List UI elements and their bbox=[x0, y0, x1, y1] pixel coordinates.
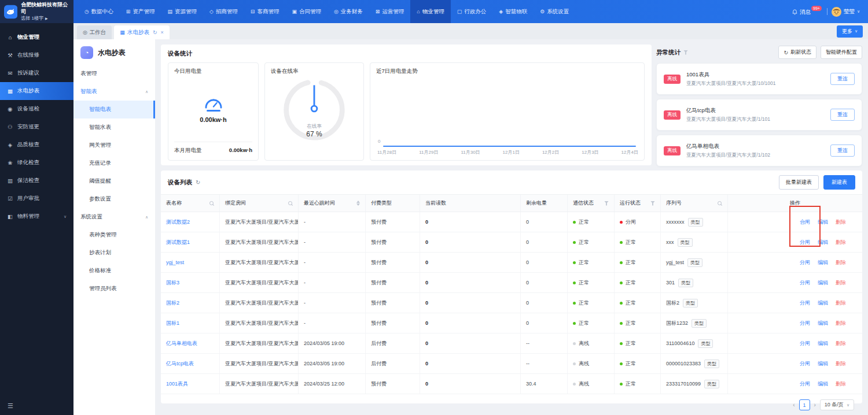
switch-link[interactable]: 合闸 bbox=[800, 218, 810, 226]
sidebar-item[interactable]: ✉投诉建议 bbox=[0, 64, 73, 82]
sidebar-item[interactable]: ❀绿化检查 bbox=[0, 154, 73, 172]
switch-link[interactable]: 分闸 bbox=[800, 320, 810, 327]
topnav-item[interactable]: ◇招商管理 bbox=[203, 0, 244, 23]
edit-link[interactable]: 编辑 bbox=[818, 320, 828, 327]
sidebar-item[interactable]: ⌂物业管理 bbox=[0, 28, 73, 46]
tab-refresh-icon[interactable]: ↻ bbox=[153, 29, 157, 35]
meter-name-link[interactable]: 测试数据2 bbox=[161, 212, 220, 232]
delete-link[interactable]: 删除 bbox=[836, 360, 846, 368]
submenu-item[interactable]: 表种类管理 bbox=[73, 226, 155, 244]
meter-name-link[interactable]: 国标1 bbox=[161, 313, 220, 333]
edit-link[interactable]: 编辑 bbox=[818, 360, 828, 368]
switch-link[interactable]: 分闸 bbox=[800, 380, 810, 388]
meter-name-link[interactable]: 国标2 bbox=[161, 293, 220, 313]
topnav-item[interactable]: ▣合同管理 bbox=[285, 0, 328, 23]
create-meter-button[interactable]: 新建表 bbox=[823, 175, 855, 190]
sidebar-item[interactable]: ▦水电抄表 bbox=[0, 82, 73, 100]
meter-name-link[interactable]: ygj_test bbox=[161, 253, 220, 272]
search-icon[interactable] bbox=[209, 201, 214, 206]
meter-name-link[interactable]: 1001表具 bbox=[161, 374, 220, 394]
delete-link[interactable]: 删除 bbox=[836, 279, 846, 287]
topnav-item[interactable]: ▢行政办公 bbox=[451, 0, 493, 23]
submenu-item[interactable]: 价格标准 bbox=[73, 262, 155, 280]
topnav-item[interactable]: ◷数据中心 bbox=[78, 0, 120, 23]
topnav-item[interactable]: ⊠运营管理 bbox=[369, 0, 411, 23]
submenu-item[interactable]: 智能水表 bbox=[73, 118, 155, 136]
search-icon[interactable] bbox=[718, 201, 722, 206]
switch-link[interactable]: 分闸 bbox=[800, 299, 810, 307]
meter-name-link[interactable]: 国标3 bbox=[161, 273, 220, 292]
sidebar-item[interactable]: ⚇安防巡更 bbox=[0, 118, 73, 136]
sidebar-item[interactable]: ◈品质核查 bbox=[0, 136, 73, 154]
tab-close-icon[interactable]: × bbox=[160, 29, 163, 35]
collapse-menu-icon[interactable]: ☰ bbox=[8, 402, 13, 410]
sidebar-item[interactable]: ▥保洁检查 bbox=[0, 172, 73, 190]
page-number[interactable]: 1 bbox=[799, 399, 810, 410]
edit-link[interactable]: 编辑 bbox=[818, 218, 828, 226]
meter-name-link[interactable]: 测试数据1 bbox=[161, 232, 220, 252]
edit-link[interactable]: 编辑 bbox=[818, 299, 828, 307]
filter-icon[interactable] bbox=[683, 50, 688, 55]
meter-name-link[interactable]: 亿马tcp电表 bbox=[161, 354, 220, 373]
reconnect-button[interactable]: 重连 bbox=[830, 109, 855, 121]
switch-link[interactable]: 分闸 bbox=[800, 239, 810, 246]
reconnect-button[interactable]: 重连 bbox=[830, 73, 855, 85]
delete-link[interactable]: 删除 bbox=[836, 239, 846, 246]
page-size-select[interactable]: 10 条/页 ∨ bbox=[820, 399, 854, 410]
topnav-item[interactable]: ⚙系统设置 bbox=[534, 0, 575, 23]
submenu-item[interactable]: 参数设置 bbox=[73, 190, 155, 208]
switch-link[interactable]: 分闸 bbox=[800, 340, 810, 347]
filter-icon[interactable] bbox=[604, 201, 609, 206]
topnav-item[interactable]: ⊞资产管理 bbox=[120, 0, 161, 23]
sidebar-item[interactable]: ⚒在线报修 bbox=[0, 46, 73, 64]
edit-link[interactable]: 编辑 bbox=[818, 259, 828, 266]
edit-link[interactable]: 编辑 bbox=[818, 279, 828, 287]
delete-link[interactable]: 删除 bbox=[836, 340, 846, 347]
submenu-item[interactable]: 系统设置∧ bbox=[73, 208, 155, 226]
sidebar-item[interactable]: ◉设备巡检 bbox=[0, 100, 73, 118]
submenu-item[interactable]: 管理员列表 bbox=[73, 280, 155, 298]
delete-link[interactable]: 删除 bbox=[836, 259, 846, 266]
edit-link[interactable]: 编辑 bbox=[818, 340, 828, 347]
submenu-item[interactable]: 抄表计划 bbox=[73, 244, 155, 262]
delete-link[interactable]: 删除 bbox=[836, 218, 846, 226]
refresh-list-icon[interactable]: ↻ bbox=[196, 179, 200, 186]
submenu-item[interactable]: 智能电表 bbox=[73, 101, 155, 118]
search-icon[interactable] bbox=[288, 201, 293, 206]
topnav-item[interactable]: ◎业务财务 bbox=[328, 0, 369, 23]
more-button[interactable]: 更多 ∨ bbox=[837, 25, 863, 38]
edit-link[interactable]: 编辑 bbox=[818, 380, 828, 388]
delete-link[interactable]: 删除 bbox=[836, 320, 846, 327]
submenu-item[interactable]: 网关管理 bbox=[73, 136, 155, 154]
topnav-item[interactable]: ▤资源管理 bbox=[161, 0, 203, 23]
sidebar-item[interactable]: ◧物料管理∨ bbox=[0, 208, 73, 225]
hardware-config-button[interactable]: 智能硬件配置 bbox=[821, 46, 862, 59]
topnav-item[interactable]: ⌂物业管理 bbox=[410, 0, 450, 23]
submenu-item[interactable]: 表管理 bbox=[73, 65, 155, 83]
building-selector[interactable]: 选择 1楼宇 ▶ bbox=[21, 15, 69, 21]
sidebar-item[interactable]: ☑用户审批 bbox=[0, 190, 73, 208]
delete-link[interactable]: 删除 bbox=[836, 380, 846, 388]
meter-name-link[interactable]: 亿马单相电表 bbox=[161, 334, 220, 353]
switch-link[interactable]: 分闸 bbox=[800, 259, 810, 266]
topnav-item[interactable]: ⊟客商管理 bbox=[244, 0, 286, 23]
tab-meter-reading[interactable]: ▦ 水电抄表 ↻ × bbox=[114, 25, 169, 39]
delete-link[interactable]: 删除 bbox=[836, 299, 846, 307]
tab-workbench[interactable]: ◎ 工作台 bbox=[77, 25, 112, 39]
batch-create-meter-button[interactable]: 批量新建表 bbox=[779, 175, 819, 190]
submenu-item[interactable]: 阈值提醒 bbox=[73, 172, 155, 190]
switch-link[interactable]: 分闸 bbox=[800, 360, 810, 368]
edit-link[interactable]: 编辑 bbox=[818, 239, 828, 246]
next-page-icon[interactable]: › bbox=[814, 402, 816, 408]
submenu-item[interactable]: 充值记录 bbox=[73, 154, 155, 172]
topnav-item[interactable]: ◈智慧物联 bbox=[492, 0, 534, 23]
submenu-item[interactable]: 智能表∧ bbox=[73, 83, 155, 101]
switch-link[interactable]: 分闸 bbox=[800, 279, 810, 287]
filter-icon[interactable] bbox=[650, 201, 655, 206]
prev-page-icon[interactable]: ‹ bbox=[793, 402, 795, 408]
refresh-status-button[interactable]: ↻ 刷新状态 bbox=[778, 46, 816, 59]
user-menu[interactable]: 莹莹 ∨ bbox=[832, 7, 860, 17]
messages-button[interactable]: 消息 99+ bbox=[792, 7, 823, 16]
reconnect-button[interactable]: 重连 bbox=[830, 144, 855, 157]
sort-icon[interactable] bbox=[356, 201, 360, 206]
